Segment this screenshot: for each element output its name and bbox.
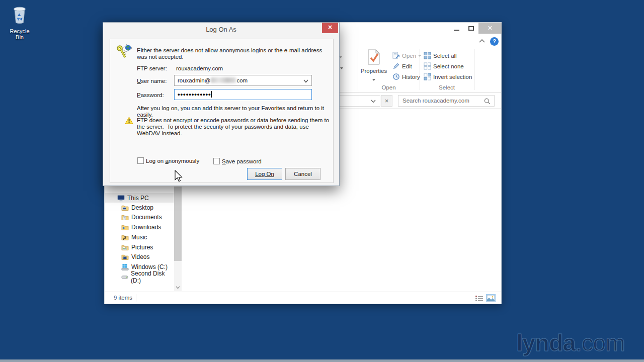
- log-on-anonymously-label: Log on anonymously: [146, 158, 199, 164]
- status-divider: [136, 294, 136, 302]
- properties-icon: [367, 49, 380, 65]
- windows-c-drive-icon: [121, 263, 129, 270]
- second-disk-drive-icon: [121, 274, 128, 280]
- sidebar-item-music[interactable]: Music: [105, 232, 174, 242]
- nav-scrollbar-down-button[interactable]: [174, 282, 182, 291]
- items-count: 9 items: [114, 295, 132, 301]
- ribbon-divider: [420, 49, 420, 90]
- ribbon-divider: [474, 49, 474, 90]
- recycle-bin-shortcut[interactable]: Recycle Bin: [5, 4, 34, 40]
- ribbon-divider: [358, 49, 358, 90]
- invert-selection-button[interactable]: Invert selection: [424, 72, 472, 81]
- downloads-folder-icon: [121, 224, 129, 230]
- thumbnail-view-button[interactable]: [486, 294, 496, 302]
- search-placeholder: Search rouxacademy.com: [403, 98, 469, 104]
- edit-icon: [392, 62, 400, 70]
- ftp-server-label: FTP server:: [137, 65, 167, 72]
- close-button[interactable]: [478, 23, 502, 34]
- user-name-combobox[interactable]: rouxadmin@com: [174, 75, 312, 86]
- search-input[interactable]: Search rouxacademy.com: [398, 95, 495, 107]
- dropdown-arrow-icon: [340, 67, 343, 69]
- history-icon: [392, 73, 400, 80]
- properties-button[interactable]: Properties: [359, 49, 388, 83]
- open-group-label: Open: [358, 84, 420, 90]
- dialog-close-button[interactable]: [322, 23, 338, 33]
- sidebar-item-desktop[interactable]: Desktop: [105, 203, 174, 212]
- select-group-label: Select: [420, 84, 474, 90]
- sidebar-item-documents[interactable]: Documents: [105, 212, 174, 222]
- invert-selection-icon: [424, 73, 431, 80]
- after-logon-note: After you log on, you can add this serve…: [137, 105, 333, 118]
- recycle-bin-icon: [10, 4, 29, 25]
- desktop-folder-icon: [121, 205, 129, 211]
- cancel-button[interactable]: Cancel: [285, 168, 320, 180]
- status-bar: 9 items: [105, 292, 501, 304]
- desktop: Recycle Bin m ess: [0, 0, 644, 362]
- sidebar-item-pictures[interactable]: Pictures: [105, 242, 174, 252]
- maximize-button[interactable]: [465, 24, 478, 33]
- lynda-watermark: lynda.com: [516, 329, 625, 356]
- redacted-text: [211, 77, 236, 83]
- history-button[interactable]: History: [392, 72, 420, 81]
- nav-scrollbar-thumb[interactable]: [174, 187, 182, 261]
- nav-scrollbar[interactable]: [174, 187, 182, 291]
- sidebar-item-downloads[interactable]: Downloads: [105, 222, 174, 232]
- sidebar-item-videos[interactable]: Videos: [105, 252, 174, 261]
- select-none-icon: [424, 62, 431, 70]
- password-field[interactable]: ••••••••••••: [174, 89, 312, 100]
- minimize-button[interactable]: [450, 24, 463, 33]
- search-icon: [484, 98, 491, 105]
- stop-refresh-button[interactable]: [381, 95, 392, 107]
- log-on-as-dialog: Log On As Either the server does not all…: [103, 22, 340, 186]
- ftp-server-value: rouxacademy.com: [176, 65, 223, 72]
- select-none-button[interactable]: Select none: [424, 61, 464, 71]
- chevron-down-icon: [176, 286, 180, 289]
- edit-button[interactable]: Edit: [392, 61, 412, 71]
- collapse-ribbon-icon[interactable]: [479, 39, 485, 44]
- help-icon[interactable]: [490, 37, 499, 46]
- save-password-label: Save password: [222, 158, 262, 165]
- sidebar-item-this-pc[interactable]: This PC: [105, 193, 174, 203]
- sidebar-item-second-disk-d[interactable]: Second Disk (D:): [105, 272, 174, 282]
- ftp-warning-text: FTP does not encrypt or encode passwords…: [137, 117, 332, 137]
- log-on-button[interactable]: Log On: [247, 168, 282, 180]
- log-on-anonymously-checkbox[interactable]: [137, 157, 144, 164]
- dialog-title: Log On As: [103, 26, 339, 33]
- dialog-content-panel: Either the server does not allow anonymo…: [110, 39, 334, 183]
- open-button[interactable]: Open: [392, 51, 421, 60]
- text-cursor: [211, 91, 212, 98]
- dialog-intro-text: Either the server does not allow anonymo…: [137, 47, 327, 60]
- thumbnail-view-icon: [487, 295, 495, 302]
- user-name-label: User name:: [137, 78, 167, 84]
- videos-folder-icon: [121, 254, 129, 260]
- details-view-button[interactable]: [475, 296, 484, 301]
- this-pc-icon: [117, 195, 125, 202]
- chevron-down-icon: [303, 79, 308, 83]
- password-label: Password:: [137, 92, 164, 99]
- pictures-folder-icon: [121, 244, 129, 250]
- select-all-icon: [424, 52, 431, 59]
- recycle-bin-label: Recycle Bin: [5, 28, 34, 40]
- screen-bottom-strip: [0, 359, 644, 362]
- maximize-icon: [468, 26, 474, 31]
- select-all-button[interactable]: Select all: [424, 51, 457, 60]
- music-folder-icon: [121, 234, 129, 240]
- warning-icon: [125, 117, 133, 124]
- key-globe-icon: [116, 43, 133, 59]
- dropdown-arrow-icon: [372, 79, 375, 81]
- minimize-icon: [454, 30, 459, 31]
- chevron-down-icon: [371, 100, 376, 103]
- mouse-cursor: [174, 170, 183, 183]
- save-password-checkbox[interactable]: [213, 158, 220, 164]
- documents-folder-icon: [121, 214, 129, 220]
- open-icon: [392, 52, 400, 59]
